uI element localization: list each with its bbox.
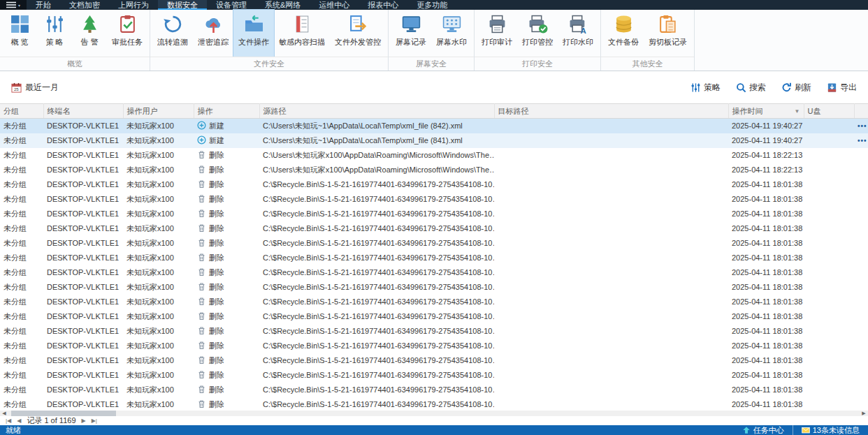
ribbon-item-打印管控[interactable]: 打印管控 bbox=[517, 10, 558, 57]
prev-page-button[interactable]: ◀ bbox=[17, 416, 21, 425]
ribbon-item-审批任务[interactable]: 审批任务 bbox=[107, 10, 147, 57]
menu-tab-系统&网络[interactable]: 系统&网络 bbox=[256, 0, 310, 10]
table-row[interactable]: 未分组DESKTOP-VLKTLE1未知玩家x100删除C:\$Recycle.… bbox=[0, 368, 868, 383]
scrollbar-track[interactable] bbox=[8, 411, 860, 416]
ribbon-item-label: 打印审计 bbox=[482, 37, 512, 47]
ribbon-item-文件外发管控[interactable]: 文件外发管控 bbox=[330, 10, 386, 57]
table-row[interactable]: 未分组DESKTOP-VLKTLE1未知玩家x100删除C:\$Recycle.… bbox=[0, 383, 868, 397]
content-scan-icon bbox=[292, 14, 312, 34]
ribbon-item-文件操作[interactable]: 文件操作 bbox=[233, 10, 274, 57]
cell-user: 未知玩家x100 bbox=[123, 177, 194, 192]
table-row[interactable]: 未分组DESKTOP-VLKTLE1未知玩家x100删除C:\$Recycle.… bbox=[0, 339, 868, 353]
ribbon-item-敏感内容扫描[interactable]: 敏感内容扫描 bbox=[274, 10, 330, 57]
horizontal-scrollbar[interactable]: ◀ ▶ bbox=[0, 411, 868, 416]
table-row[interactable]: 未分组DESKTOP-VLKTLE1未知玩家x100新建C:\Users\未知玩… bbox=[0, 133, 868, 148]
trash-icon bbox=[197, 268, 209, 277]
plus-circle-icon bbox=[197, 136, 209, 145]
scroll-left-icon[interactable]: ◀ bbox=[0, 411, 8, 416]
policy-button[interactable]: 策略 bbox=[690, 82, 721, 94]
ribbon-item-概览[interactable]: 概 览 bbox=[2, 10, 37, 57]
table-row[interactable]: 未分组DESKTOP-VLKTLE1未知玩家x100删除C:\$Recycle.… bbox=[0, 309, 868, 324]
column-header-目标路径[interactable]: 目标路径 bbox=[494, 104, 728, 119]
ribbon-group: 概 览策 略告 警审批任务概览 bbox=[0, 10, 150, 71]
cell-operation-time: 2025-04-11 18:01:38 bbox=[728, 265, 804, 280]
table-row[interactable]: 未分组DESKTOP-VLKTLE1未知玩家x100删除C:\$Recycle.… bbox=[0, 295, 868, 309]
trash-icon bbox=[197, 312, 209, 320]
trash-icon bbox=[197, 327, 209, 335]
table-row[interactable]: 未分组DESKTOP-VLKTLE1未知玩家x100删除C:\$Recycle.… bbox=[0, 236, 868, 251]
last-page-button[interactable]: ▶| bbox=[92, 416, 97, 425]
table-row[interactable]: 未分组DESKTOP-VLKTLE1未知玩家x100删除C:\$Recycle.… bbox=[0, 280, 868, 295]
ribbon-item-剪切板记录[interactable]: 剪切板记录 bbox=[644, 10, 692, 57]
search-button[interactable]: 搜索 bbox=[736, 82, 766, 94]
menu-tab-开始[interactable]: 开始 bbox=[27, 0, 60, 10]
trash-icon bbox=[197, 371, 209, 379]
print-watermark-icon: A bbox=[568, 14, 588, 34]
ribbon-item-屏幕水印[interactable]: 屏幕水印 bbox=[431, 10, 472, 57]
cell-target-path bbox=[494, 309, 728, 324]
cell-actions bbox=[854, 339, 868, 353]
column-header-操作[interactable]: 操作 bbox=[194, 104, 259, 119]
operation-label: 删除 bbox=[209, 356, 224, 364]
row-menu-button[interactable]: ••• bbox=[858, 137, 867, 145]
next-page-button[interactable]: ▶ bbox=[82, 416, 86, 425]
cell-group: 未分组 bbox=[0, 192, 43, 207]
table-row[interactable]: 未分组DESKTOP-VLKTLE1未知玩家x100删除C:\$Recycle.… bbox=[0, 192, 868, 207]
ribbon-item-打印水印[interactable]: A打印水印 bbox=[558, 10, 598, 57]
menu-tab-运维中心[interactable]: 运维中心 bbox=[310, 0, 359, 10]
row-menu-button[interactable]: ••• bbox=[858, 122, 867, 130]
menu-tab-数据安全[interactable]: 数据安全 bbox=[158, 0, 207, 10]
table-row[interactable]: 未分组DESKTOP-VLKTLE1未知玩家x100删除C:\$Recycle.… bbox=[0, 207, 868, 221]
task-center-button[interactable]: 任务中心 bbox=[734, 425, 793, 435]
unread-messages-button[interactable]: 13条未读信息 bbox=[793, 425, 868, 435]
column-header-分组[interactable]: 分组 bbox=[0, 104, 43, 119]
app-menu-button[interactable]: ▾ bbox=[0, 0, 27, 10]
ribbon-item-屏幕记录[interactable]: 屏幕记录 bbox=[391, 10, 431, 57]
cell-usb bbox=[804, 192, 854, 207]
cell-usb bbox=[804, 177, 854, 192]
chevron-down-icon[interactable]: ▼ bbox=[795, 108, 800, 115]
table-row[interactable]: 未分组DESKTOP-VLKTLE1未知玩家x100删除C:\Users\未知玩… bbox=[0, 148, 868, 163]
cell-group: 未分组 bbox=[0, 251, 43, 265]
cell-target-path bbox=[494, 119, 728, 133]
export-button[interactable]: 导出 bbox=[827, 82, 857, 94]
cell-source-path: C:\$Recycle.Bin\S-1-5-21-1619774401-6349… bbox=[259, 236, 494, 251]
table-row[interactable]: 未分组DESKTOP-VLKTLE1未知玩家x100新建C:\Users\未知玩… bbox=[0, 119, 868, 133]
table-row[interactable]: 未分组DESKTOP-VLKTLE1未知玩家x100删除C:\$Recycle.… bbox=[0, 221, 868, 236]
cell-actions bbox=[854, 221, 868, 236]
table-row[interactable]: 未分组DESKTOP-VLKTLE1未知玩家x100删除C:\Users\未知玩… bbox=[0, 163, 868, 177]
menu-tab-设备管理[interactable]: 设备管理 bbox=[207, 0, 256, 10]
refresh-button[interactable]: 刷新 bbox=[781, 82, 811, 94]
table-row[interactable]: 未分组DESKTOP-VLKTLE1未知玩家x100删除C:\$Recycle.… bbox=[0, 324, 868, 339]
scroll-right-icon[interactable]: ▶ bbox=[860, 411, 868, 416]
ribbon-item-泄密追踪[interactable]: 泄密追踪 bbox=[193, 10, 233, 57]
table-row[interactable]: 未分组DESKTOP-VLKTLE1未知玩家x100删除C:\$Recycle.… bbox=[0, 251, 868, 265]
column-header-操作时间[interactable]: 操作时间▼ bbox=[728, 104, 804, 119]
cell-usb bbox=[804, 119, 854, 133]
ribbon-item-流转追溯[interactable]: 流转追溯 bbox=[152, 10, 193, 57]
cell-user: 未知玩家x100 bbox=[123, 295, 194, 309]
table-row[interactable]: 未分组DESKTOP-VLKTLE1未知玩家x100删除C:\$Recycle.… bbox=[0, 177, 868, 192]
first-page-button[interactable]: |◀ bbox=[6, 416, 11, 425]
date-range-filter[interactable]: 25 最近一月 bbox=[11, 82, 59, 94]
print-control-icon bbox=[528, 14, 548, 34]
column-header-源路径[interactable]: 源路径 bbox=[259, 104, 494, 119]
scrollbar-thumb[interactable] bbox=[11, 411, 116, 416]
table-row[interactable]: 未分组DESKTOP-VLKTLE1未知玩家x100删除C:\$Recycle.… bbox=[0, 353, 868, 368]
trash-icon bbox=[197, 209, 209, 218]
column-header-操作用户[interactable]: 操作用户 bbox=[123, 104, 194, 119]
ribbon-item-文件备份[interactable]: 文件备份 bbox=[603, 10, 644, 57]
table-row[interactable]: 未分组DESKTOP-VLKTLE1未知玩家x100删除C:\$Recycle.… bbox=[0, 265, 868, 280]
column-header-U盘[interactable]: U盘 bbox=[804, 104, 854, 119]
menu-tab-文档加密[interactable]: 文档加密 bbox=[60, 0, 109, 10]
cell-operation-time: 2025-04-11 19:40:27 bbox=[728, 133, 804, 148]
menu-tab-上网行为[interactable]: 上网行为 bbox=[109, 0, 158, 10]
table-row[interactable]: 未分组DESKTOP-VLKTLE1未知玩家x100删除C:\$Recycle.… bbox=[0, 397, 868, 411]
ribbon-item-告警[interactable]: 告 警 bbox=[72, 10, 107, 57]
column-header-终端名[interactable]: 终端名 bbox=[43, 104, 123, 119]
cell-operation-time: 2025-04-11 18:01:38 bbox=[728, 236, 804, 251]
menu-tab-报表中心[interactable]: 报表中心 bbox=[359, 0, 407, 10]
ribbon-item-打印审计[interactable]: 打印审计 bbox=[477, 10, 517, 57]
ribbon-item-策略[interactable]: 策 略 bbox=[37, 10, 72, 57]
menu-tab-更多功能[interactable]: 更多功能 bbox=[407, 0, 456, 10]
